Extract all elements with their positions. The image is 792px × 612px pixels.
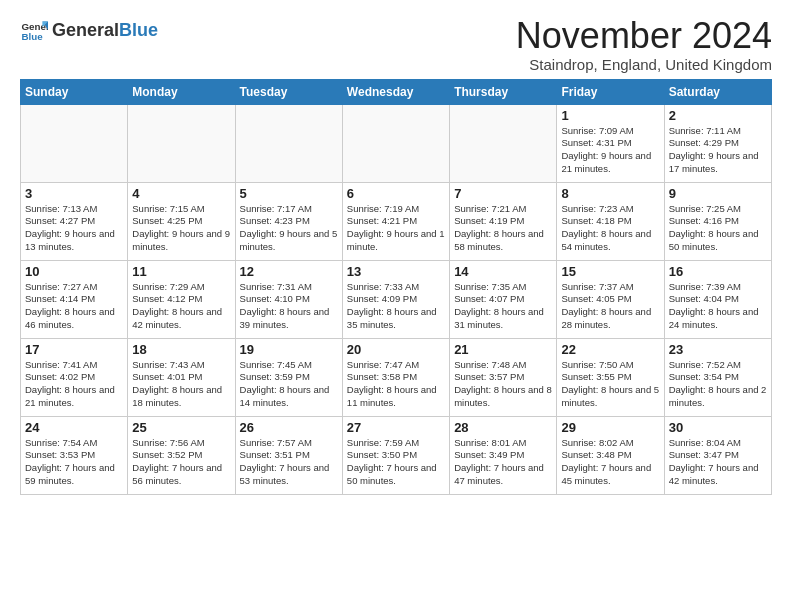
table-row: 12Sunrise: 7:31 AM Sunset: 4:10 PM Dayli…	[235, 260, 342, 338]
cell-text: Sunrise: 7:43 AM Sunset: 4:01 PM Dayligh…	[132, 359, 230, 410]
table-row: 20Sunrise: 7:47 AM Sunset: 3:58 PM Dayli…	[342, 338, 449, 416]
cell-text: Sunrise: 7:13 AM Sunset: 4:27 PM Dayligh…	[25, 203, 123, 254]
cell-text: Sunrise: 7:33 AM Sunset: 4:09 PM Dayligh…	[347, 281, 445, 332]
table-row: 30Sunrise: 8:04 AM Sunset: 3:47 PM Dayli…	[664, 416, 771, 494]
cell-text: Sunrise: 7:25 AM Sunset: 4:16 PM Dayligh…	[669, 203, 767, 254]
table-row: 10Sunrise: 7:27 AM Sunset: 4:14 PM Dayli…	[21, 260, 128, 338]
cell-text: Sunrise: 7:37 AM Sunset: 4:05 PM Dayligh…	[561, 281, 659, 332]
header: General Blue GeneralBlue November 2024 S…	[20, 16, 772, 73]
day-number: 28	[454, 420, 552, 435]
cell-text: Sunrise: 7:21 AM Sunset: 4:19 PM Dayligh…	[454, 203, 552, 254]
col-thursday: Thursday	[450, 79, 557, 104]
logo-icon: General Blue	[20, 16, 48, 44]
table-row: 17Sunrise: 7:41 AM Sunset: 4:02 PM Dayli…	[21, 338, 128, 416]
day-number: 7	[454, 186, 552, 201]
table-row: 14Sunrise: 7:35 AM Sunset: 4:07 PM Dayli…	[450, 260, 557, 338]
cell-text: Sunrise: 7:57 AM Sunset: 3:51 PM Dayligh…	[240, 437, 338, 488]
day-number: 2	[669, 108, 767, 123]
col-monday: Monday	[128, 79, 235, 104]
table-row: 4Sunrise: 7:15 AM Sunset: 4:25 PM Daylig…	[128, 182, 235, 260]
table-row: 18Sunrise: 7:43 AM Sunset: 4:01 PM Dayli…	[128, 338, 235, 416]
cell-text: Sunrise: 7:47 AM Sunset: 3:58 PM Dayligh…	[347, 359, 445, 410]
cell-text: Sunrise: 7:50 AM Sunset: 3:55 PM Dayligh…	[561, 359, 659, 410]
cell-text: Sunrise: 7:48 AM Sunset: 3:57 PM Dayligh…	[454, 359, 552, 410]
calendar-week-row: 17Sunrise: 7:41 AM Sunset: 4:02 PM Dayli…	[21, 338, 772, 416]
table-row	[21, 104, 128, 182]
table-row: 13Sunrise: 7:33 AM Sunset: 4:09 PM Dayli…	[342, 260, 449, 338]
day-number: 17	[25, 342, 123, 357]
table-row: 7Sunrise: 7:21 AM Sunset: 4:19 PM Daylig…	[450, 182, 557, 260]
day-number: 26	[240, 420, 338, 435]
cell-text: Sunrise: 7:59 AM Sunset: 3:50 PM Dayligh…	[347, 437, 445, 488]
col-saturday: Saturday	[664, 79, 771, 104]
table-row: 24Sunrise: 7:54 AM Sunset: 3:53 PM Dayli…	[21, 416, 128, 494]
col-sunday: Sunday	[21, 79, 128, 104]
table-row: 21Sunrise: 7:48 AM Sunset: 3:57 PM Dayli…	[450, 338, 557, 416]
day-number: 24	[25, 420, 123, 435]
day-number: 4	[132, 186, 230, 201]
day-number: 11	[132, 264, 230, 279]
cell-text: Sunrise: 7:29 AM Sunset: 4:12 PM Dayligh…	[132, 281, 230, 332]
day-number: 5	[240, 186, 338, 201]
cell-text: Sunrise: 7:35 AM Sunset: 4:07 PM Dayligh…	[454, 281, 552, 332]
col-friday: Friday	[557, 79, 664, 104]
table-row: 15Sunrise: 7:37 AM Sunset: 4:05 PM Dayli…	[557, 260, 664, 338]
logo-text-general: General	[52, 20, 119, 41]
table-row: 11Sunrise: 7:29 AM Sunset: 4:12 PM Dayli…	[128, 260, 235, 338]
table-row: 28Sunrise: 8:01 AM Sunset: 3:49 PM Dayli…	[450, 416, 557, 494]
col-tuesday: Tuesday	[235, 79, 342, 104]
table-row: 8Sunrise: 7:23 AM Sunset: 4:18 PM Daylig…	[557, 182, 664, 260]
title-block: November 2024 Staindrop, England, United…	[516, 16, 772, 73]
table-row: 5Sunrise: 7:17 AM Sunset: 4:23 PM Daylig…	[235, 182, 342, 260]
cell-text: Sunrise: 7:11 AM Sunset: 4:29 PM Dayligh…	[669, 125, 767, 176]
cell-text: Sunrise: 7:09 AM Sunset: 4:31 PM Dayligh…	[561, 125, 659, 176]
calendar-week-row: 1Sunrise: 7:09 AM Sunset: 4:31 PM Daylig…	[21, 104, 772, 182]
table-row: 9Sunrise: 7:25 AM Sunset: 4:16 PM Daylig…	[664, 182, 771, 260]
cell-text: Sunrise: 7:15 AM Sunset: 4:25 PM Dayligh…	[132, 203, 230, 254]
col-wednesday: Wednesday	[342, 79, 449, 104]
day-number: 21	[454, 342, 552, 357]
day-number: 1	[561, 108, 659, 123]
day-number: 29	[561, 420, 659, 435]
day-number: 15	[561, 264, 659, 279]
table-row	[128, 104, 235, 182]
table-row: 2Sunrise: 7:11 AM Sunset: 4:29 PM Daylig…	[664, 104, 771, 182]
day-number: 14	[454, 264, 552, 279]
cell-text: Sunrise: 7:45 AM Sunset: 3:59 PM Dayligh…	[240, 359, 338, 410]
table-row: 26Sunrise: 7:57 AM Sunset: 3:51 PM Dayli…	[235, 416, 342, 494]
page: General Blue GeneralBlue November 2024 S…	[0, 0, 792, 505]
day-number: 6	[347, 186, 445, 201]
day-number: 13	[347, 264, 445, 279]
cell-text: Sunrise: 7:41 AM Sunset: 4:02 PM Dayligh…	[25, 359, 123, 410]
table-row: 19Sunrise: 7:45 AM Sunset: 3:59 PM Dayli…	[235, 338, 342, 416]
cell-text: Sunrise: 7:56 AM Sunset: 3:52 PM Dayligh…	[132, 437, 230, 488]
cell-text: Sunrise: 7:39 AM Sunset: 4:04 PM Dayligh…	[669, 281, 767, 332]
location: Staindrop, England, United Kingdom	[516, 56, 772, 73]
svg-text:Blue: Blue	[21, 31, 43, 42]
cell-text: Sunrise: 7:52 AM Sunset: 3:54 PM Dayligh…	[669, 359, 767, 410]
day-number: 9	[669, 186, 767, 201]
table-row: 16Sunrise: 7:39 AM Sunset: 4:04 PM Dayli…	[664, 260, 771, 338]
calendar: Sunday Monday Tuesday Wednesday Thursday…	[20, 79, 772, 495]
table-row: 27Sunrise: 7:59 AM Sunset: 3:50 PM Dayli…	[342, 416, 449, 494]
cell-text: Sunrise: 8:01 AM Sunset: 3:49 PM Dayligh…	[454, 437, 552, 488]
cell-text: Sunrise: 7:19 AM Sunset: 4:21 PM Dayligh…	[347, 203, 445, 254]
table-row	[450, 104, 557, 182]
table-row: 25Sunrise: 7:56 AM Sunset: 3:52 PM Dayli…	[128, 416, 235, 494]
calendar-header-row: Sunday Monday Tuesday Wednesday Thursday…	[21, 79, 772, 104]
logo: General Blue GeneralBlue	[20, 16, 158, 44]
day-number: 8	[561, 186, 659, 201]
calendar-week-row: 24Sunrise: 7:54 AM Sunset: 3:53 PM Dayli…	[21, 416, 772, 494]
calendar-week-row: 3Sunrise: 7:13 AM Sunset: 4:27 PM Daylig…	[21, 182, 772, 260]
table-row: 6Sunrise: 7:19 AM Sunset: 4:21 PM Daylig…	[342, 182, 449, 260]
day-number: 16	[669, 264, 767, 279]
month-title: November 2024	[516, 16, 772, 56]
calendar-week-row: 10Sunrise: 7:27 AM Sunset: 4:14 PM Dayli…	[21, 260, 772, 338]
table-row: 3Sunrise: 7:13 AM Sunset: 4:27 PM Daylig…	[21, 182, 128, 260]
day-number: 10	[25, 264, 123, 279]
cell-text: Sunrise: 8:04 AM Sunset: 3:47 PM Dayligh…	[669, 437, 767, 488]
day-number: 18	[132, 342, 230, 357]
day-number: 30	[669, 420, 767, 435]
logo-text-blue: Blue	[119, 20, 158, 41]
cell-text: Sunrise: 7:31 AM Sunset: 4:10 PM Dayligh…	[240, 281, 338, 332]
